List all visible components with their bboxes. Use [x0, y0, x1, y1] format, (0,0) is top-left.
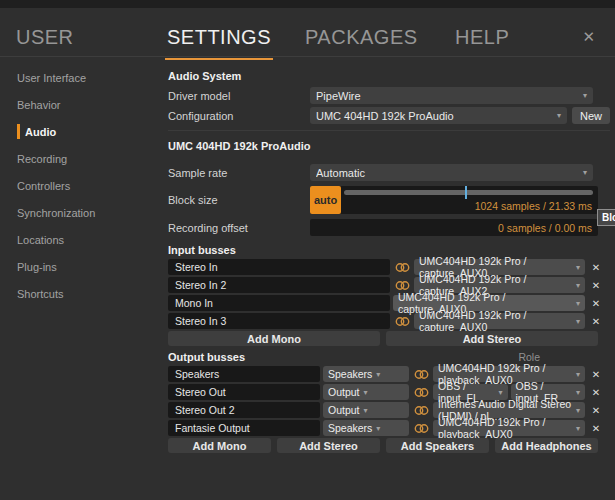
device-section-title: UMC 404HD 192k ProAudio: [168, 140, 610, 154]
settings-sidebar: User Interface Behavior Audio Recording …: [0, 57, 155, 499]
block-size-value: 1024 samples / 21.33 ms: [475, 200, 592, 212]
recording-offset-field[interactable]: 0 samples / 0.00 ms: [310, 219, 598, 236]
chevron-down-icon: ▾: [576, 263, 580, 272]
sample-rate-select[interactable]: Automatic ▾: [310, 164, 593, 181]
input-busses-title-text: Input busses: [168, 244, 236, 257]
block-size-tooltip: Blo: [597, 209, 615, 226]
block-size-label: Block size: [168, 194, 310, 206]
configuration-label: Configuration: [168, 110, 310, 122]
input-bus-row-stereo-in-3: Stereo In 3 UMC404HD 192k Pro / capture_…: [168, 313, 604, 329]
role-value: Speakers: [328, 422, 372, 434]
sidebar-item-controllers[interactable]: Controllers: [0, 172, 155, 199]
role-select[interactable]: Speakers ▾: [323, 366, 409, 382]
chevron-down-icon: ▾: [498, 388, 502, 397]
configuration-row: Configuration UMC 404HD 192k ProAudio ▾ …: [168, 107, 610, 124]
input-port-select[interactable]: UMC404HD 192k Pro / capture_AUX0 ▾: [414, 313, 585, 329]
add-headphones-button[interactable]: Add Headphones: [495, 438, 598, 453]
remove-bus-button[interactable]: ✕: [588, 387, 604, 398]
bus-name-field[interactable]: Stereo In 3: [168, 313, 390, 329]
role-select[interactable]: Output ▾: [323, 384, 409, 400]
stereo-link-icon: [393, 316, 411, 327]
block-size-widget: auto 1024 samples / 21.33 ms: [310, 186, 598, 214]
block-size-auto-button[interactable]: auto: [310, 186, 341, 214]
chevron-down-icon: ▾: [576, 424, 580, 433]
bus-name-field[interactable]: Stereo Out: [168, 384, 320, 400]
slider-track[interactable]: [344, 190, 593, 195]
stereo-link-icon: [412, 423, 430, 434]
add-mono-output-button[interactable]: Add Mono: [168, 438, 271, 453]
sidebar-item-plug-ins[interactable]: Plug-ins: [0, 253, 155, 280]
new-configuration-button[interactable]: New: [572, 107, 610, 124]
remove-bus-button[interactable]: ✕: [588, 316, 604, 327]
stereo-link-icon: [412, 387, 430, 398]
tab-help[interactable]: HELP: [455, 26, 509, 49]
bus-name-field[interactable]: Stereo In 2: [168, 277, 390, 293]
sidebar-item-user-interface[interactable]: User Interface: [0, 64, 155, 91]
remove-bus-button[interactable]: ✕: [588, 423, 604, 434]
sidebar-item-recording[interactable]: Recording: [0, 145, 155, 172]
output-port-select[interactable]: UMC404HD 192k Pro / playback_AUX0 ▾: [433, 420, 585, 436]
sidebar-item-synchronization[interactable]: Synchronization: [0, 199, 155, 226]
bus-name-field[interactable]: Mono In: [168, 295, 390, 311]
configuration-value: UMC 404HD 192k ProAudio: [316, 110, 553, 122]
role-select[interactable]: Output ▾: [323, 402, 409, 418]
sidebar-item-label: Locations: [17, 234, 64, 246]
driver-model-select[interactable]: PipeWire ▾: [310, 87, 593, 104]
sidebar-item-label: Synchronization: [17, 207, 95, 219]
stereo-link-icon: [412, 405, 430, 416]
chevron-down-icon: ▾: [576, 281, 580, 290]
add-stereo-output-button[interactable]: Add Stereo: [277, 438, 380, 453]
add-speakers-button[interactable]: Add Speakers: [386, 438, 489, 453]
stereo-link-icon: [412, 369, 430, 380]
tab-settings[interactable]: SETTINGS: [167, 26, 271, 49]
bus-name-field[interactable]: Speakers: [168, 366, 320, 382]
sidebar-item-audio[interactable]: Audio: [0, 118, 155, 145]
chevron-down-icon: ▾: [376, 424, 380, 433]
sidebar-item-locations[interactable]: Locations: [0, 226, 155, 253]
content-area: User Interface Behavior Audio Recording …: [0, 57, 615, 499]
add-stereo-input-button[interactable]: Add Stereo: [386, 331, 598, 346]
sample-rate-value: Automatic: [316, 167, 579, 179]
sidebar-item-label: Plug-ins: [17, 261, 57, 273]
driver-model-row: Driver model PipeWire ▾: [168, 87, 610, 104]
remove-bus-button[interactable]: ✕: [588, 280, 604, 291]
active-indicator-bar: [17, 124, 20, 139]
close-icon[interactable]: ✕: [582, 28, 595, 46]
role-select[interactable]: Speakers ▾: [323, 420, 409, 436]
recording-offset-value: 0 samples / 0.00 ms: [498, 222, 592, 234]
stereo-link-icon: [393, 280, 411, 291]
tab-user[interactable]: USER: [16, 26, 74, 49]
window-top-strip: [0, 0, 615, 8]
audio-settings-panel: Audio System Driver model PipeWire ▾ Con…: [155, 57, 615, 499]
bus-name-field[interactable]: Fantasie Output: [168, 420, 320, 436]
role-value: Speakers: [328, 368, 372, 380]
block-size-row: Block size auto 1024 samples / 21.33 ms: [168, 186, 610, 214]
tab-packages[interactable]: PACKAGES: [305, 26, 418, 49]
bus-name-field[interactable]: Stereo In: [168, 259, 390, 275]
sample-rate-label: Sample rate: [168, 167, 310, 179]
remove-bus-button[interactable]: ✕: [588, 369, 604, 380]
remove-bus-button[interactable]: ✕: [588, 262, 604, 273]
add-mono-input-button[interactable]: Add Mono: [168, 331, 380, 346]
sample-rate-row: Sample rate Automatic ▾: [168, 164, 610, 181]
remove-bus-button[interactable]: ✕: [588, 405, 604, 416]
chevron-down-icon: ▾: [557, 111, 561, 120]
sidebar-item-behavior[interactable]: Behavior: [0, 91, 155, 118]
bus-name-field[interactable]: Stereo Out 2: [168, 402, 320, 418]
sidebar-item-label: Behavior: [17, 99, 60, 111]
sidebar-item-shortcuts[interactable]: Shortcuts: [0, 280, 155, 307]
block-size-slider[interactable]: 1024 samples / 21.33 ms: [341, 186, 598, 214]
remove-bus-button[interactable]: ✕: [588, 298, 604, 309]
audio-system-title: Audio System: [168, 70, 610, 84]
role-value: Output: [328, 404, 360, 416]
sidebar-item-label: Recording: [17, 153, 67, 165]
chevron-down-icon: ▾: [576, 317, 580, 326]
recording-offset-label: Recording offset: [168, 222, 310, 234]
chevron-down-icon: ▾: [583, 168, 587, 177]
sidebar-item-label: User Interface: [17, 72, 86, 84]
chevron-down-icon: ▾: [576, 370, 580, 379]
chevron-down-icon: ▾: [576, 388, 580, 397]
slider-marker[interactable]: [465, 186, 467, 199]
configuration-select[interactable]: UMC 404HD 192k ProAudio ▾: [310, 107, 567, 124]
sidebar-item-label: Controllers: [17, 180, 70, 192]
